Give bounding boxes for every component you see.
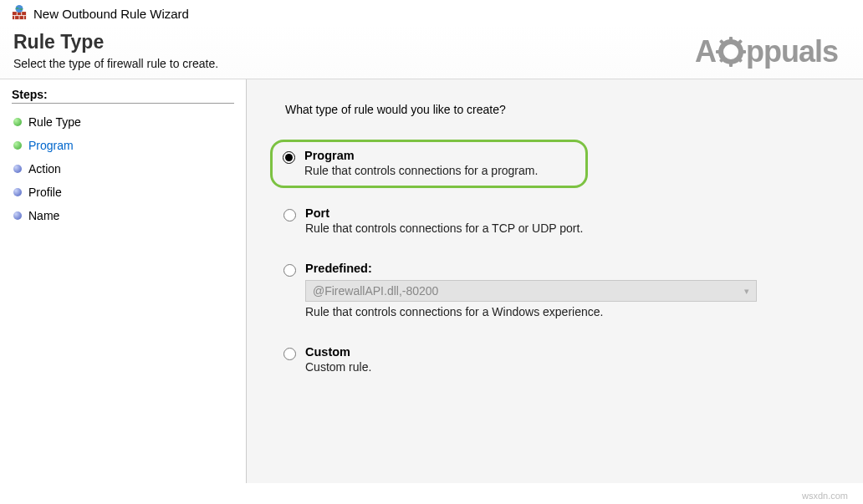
step-item-rule-type[interactable]: Rule Type bbox=[12, 110, 234, 134]
step-item-name[interactable]: Name bbox=[12, 204, 234, 227]
wizard-header: Rule Type Select the type of firewall ru… bbox=[0, 24, 863, 79]
option-label: Custom bbox=[305, 345, 853, 359]
svg-rect-10 bbox=[729, 61, 733, 67]
option-label: Port bbox=[305, 206, 853, 220]
main-panel: What type of rule would you like to crea… bbox=[247, 79, 863, 483]
gear-icon bbox=[716, 37, 746, 67]
titlebar: New Outbound Rule Wizard bbox=[0, 0, 863, 24]
radio-wrap bbox=[281, 150, 296, 165]
step-bullet-icon bbox=[13, 141, 22, 150]
option-body: Predefined:@FirewallAPI.dll,-80200▾Rule … bbox=[305, 262, 853, 318]
watermark-text-right: ppuals bbox=[746, 34, 838, 69]
option-description: Rule that controls connections for a TCP… bbox=[305, 221, 853, 235]
step-label: Name bbox=[28, 209, 59, 222]
svg-rect-12 bbox=[740, 50, 746, 53]
option-label: Predefined: bbox=[305, 262, 853, 275]
rule-option-predefined[interactable]: Predefined:@FirewallAPI.dll,-80200▾Rule … bbox=[273, 257, 856, 323]
wizard-body: Steps: Rule TypeProgramActionProfileName… bbox=[0, 79, 863, 483]
step-label: Program bbox=[28, 139, 74, 152]
radio-wrap bbox=[282, 207, 297, 222]
option-body: CustomCustom rule. bbox=[305, 345, 853, 374]
step-item-program[interactable]: Program bbox=[12, 134, 234, 157]
rule-type-prompt: What type of rule would you like to crea… bbox=[285, 103, 856, 116]
step-label: Rule Type bbox=[28, 115, 81, 129]
option-label: Program bbox=[304, 149, 574, 162]
option-body: PortRule that controls connections for a… bbox=[305, 206, 853, 235]
rule-option-port[interactable]: PortRule that controls connections for a… bbox=[273, 201, 856, 240]
rule-option-program[interactable]: ProgramRule that controls connections fo… bbox=[270, 140, 588, 188]
option-description: Rule that controls connections for a pro… bbox=[304, 164, 574, 177]
step-label: Action bbox=[28, 162, 61, 176]
option-description: Rule that controls connections for a Win… bbox=[305, 305, 853, 318]
radio-wrap bbox=[282, 346, 297, 361]
step-bullet-icon bbox=[13, 165, 22, 173]
step-item-action[interactable]: Action bbox=[12, 157, 234, 181]
option-description: Custom rule. bbox=[305, 360, 853, 374]
chevron-down-icon: ▾ bbox=[744, 286, 749, 297]
watermark-logo: A ppuals bbox=[695, 34, 838, 69]
watermark-text-left: A bbox=[695, 34, 716, 69]
svg-rect-9 bbox=[729, 37, 733, 43]
step-bullet-icon bbox=[13, 188, 22, 196]
radio-wrap bbox=[282, 262, 297, 277]
radio-program[interactable] bbox=[283, 151, 295, 164]
radio-port[interactable] bbox=[283, 209, 296, 221]
svg-point-17 bbox=[726, 47, 736, 57]
step-bullet-icon bbox=[13, 118, 22, 126]
svg-rect-11 bbox=[716, 50, 722, 53]
step-bullet-icon bbox=[13, 211, 22, 220]
predefined-select[interactable]: @FirewallAPI.dll,-80200▾ bbox=[305, 280, 757, 302]
firewall-icon bbox=[12, 5, 27, 23]
source-watermark: wsxdn.com bbox=[802, 491, 848, 501]
predefined-select-value: @FirewallAPI.dll,-80200 bbox=[313, 284, 438, 298]
step-item-profile[interactable]: Profile bbox=[12, 181, 234, 204]
rule-option-custom[interactable]: CustomCustom rule. bbox=[273, 340, 856, 379]
radio-predefined[interactable] bbox=[283, 264, 296, 277]
steps-sidebar: Steps: Rule TypeProgramActionProfileName bbox=[0, 79, 247, 483]
option-body: ProgramRule that controls connections fo… bbox=[304, 149, 574, 177]
window-title: New Outbound Rule Wizard bbox=[33, 7, 189, 21]
sidebar-title: Steps: bbox=[12, 88, 234, 104]
step-label: Profile bbox=[28, 186, 62, 199]
radio-custom[interactable] bbox=[283, 348, 296, 360]
